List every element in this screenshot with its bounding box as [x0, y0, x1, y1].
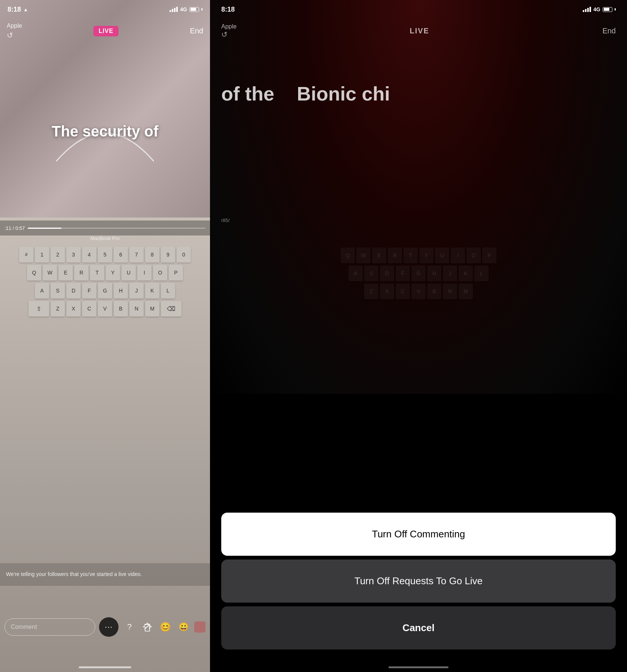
video-text-left: The security of	[52, 123, 159, 140]
key-r1-i: I	[451, 248, 465, 263]
key-row-r1: Q W E R T Y U I O P	[210, 248, 627, 263]
key-0[interactable]: 0	[177, 247, 191, 262]
macbook-label: MacBook Pro	[0, 236, 210, 241]
progress-info-right: r85/	[221, 218, 230, 223]
key-o[interactable]: O	[153, 265, 167, 280]
status-bar-right: 8:18 4G	[210, 0, 627, 19]
key-b[interactable]: B	[114, 301, 128, 316]
key-i[interactable]: I	[137, 265, 152, 280]
emoji-icon[interactable]: 😊	[158, 620, 172, 634]
effects-icon[interactable]: 😀	[176, 620, 190, 634]
cancel-button[interactable]: Cancel	[221, 606, 616, 650]
status-icons-left: 4G	[170, 6, 202, 12]
key-r3-m: M	[459, 284, 473, 299]
key-d[interactable]: D	[66, 283, 81, 298]
key-r1-u: U	[435, 248, 449, 263]
end-button-right[interactable]: End	[602, 27, 616, 35]
key-r3-n: N	[443, 284, 457, 299]
key-w[interactable]: W	[43, 265, 57, 280]
key-hash[interactable]: #	[19, 247, 33, 262]
network-type-left: 4G	[180, 6, 187, 12]
left-panel: 8:18 ▲ 4G Apple ↺ LIVE End	[0, 0, 210, 672]
key-n[interactable]: N	[129, 301, 144, 316]
notification-bar: We're telling your followers that you've…	[0, 563, 210, 586]
key-a[interactable]: A	[35, 283, 49, 298]
key-g[interactable]: G	[98, 283, 112, 298]
battery-icon-left	[189, 7, 199, 12]
key-7[interactable]: 7	[129, 247, 144, 262]
key-j[interactable]: J	[129, 283, 144, 298]
key-p[interactable]: P	[169, 265, 183, 280]
key-r3-v: V	[411, 284, 426, 299]
key-f[interactable]: F	[82, 283, 96, 298]
status-bar-left: 8:18 ▲ 4G	[0, 0, 210, 19]
live-badge-right: LIVE	[410, 27, 429, 35]
key-row-r2: A S D F G H J K L	[210, 266, 627, 281]
key-r1-r: R	[388, 248, 402, 263]
key-8[interactable]: 8	[145, 247, 159, 262]
key-r1-t: T	[404, 248, 418, 263]
key-x[interactable]: X	[66, 301, 81, 316]
progress-bar-left[interactable]	[28, 228, 206, 229]
signal-bars-left	[170, 7, 178, 12]
key-v[interactable]: V	[98, 301, 112, 316]
key-r1-w: W	[356, 248, 370, 263]
key-r1-y: Y	[419, 248, 434, 263]
video-text-of-the: of the	[221, 82, 274, 105]
turn-off-commenting-button[interactable]: Turn Off Commenting	[221, 513, 616, 556]
top-controls-left: Apple ↺ LIVE End	[0, 21, 210, 41]
key-h[interactable]: H	[114, 283, 128, 298]
top-controls-right: Apple ↺ LIVE End	[210, 21, 627, 41]
key-r1-e: E	[372, 248, 386, 263]
action-sheet: Turn Off Commenting Turn Off Requests To…	[221, 513, 616, 650]
key-6[interactable]: 6	[114, 247, 128, 262]
progress-area-left: :11 / 0:57	[0, 220, 210, 236]
battery-icon-right	[603, 7, 612, 12]
network-type-right: 4G	[593, 6, 600, 12]
key-r1-p: P	[482, 248, 496, 263]
key-4[interactable]: 4	[82, 247, 96, 262]
key-t[interactable]: T	[90, 265, 104, 280]
bottom-controls-left: Comment ··· ? 😊 😀	[0, 612, 210, 642]
comment-placeholder: Comment	[11, 624, 37, 630]
progress-time-left: :11 / 0:57	[4, 225, 25, 231]
key-1[interactable]: 1	[35, 247, 49, 262]
key-m[interactable]: M	[145, 301, 159, 316]
key-u[interactable]: U	[122, 265, 136, 280]
key-shift[interactable]: ⇧	[28, 301, 49, 316]
video-text-area-right: of the Bionic chi	[210, 82, 627, 105]
key-k[interactable]: K	[145, 283, 159, 298]
key-r2-d: D	[380, 266, 394, 281]
key-9[interactable]: 9	[161, 247, 175, 262]
key-c[interactable]: C	[82, 301, 96, 316]
comment-input[interactable]: Comment	[4, 618, 95, 636]
key-r2-j: J	[443, 266, 457, 281]
key-e[interactable]: E	[58, 265, 73, 280]
send-icon[interactable]	[140, 620, 154, 634]
turn-off-requests-button[interactable]: Turn Off Requests To Go Live	[221, 560, 616, 603]
key-r[interactable]: R	[74, 265, 88, 280]
video-area-left: The security of	[0, 41, 210, 221]
home-indicator-left	[79, 666, 131, 668]
key-2[interactable]: 2	[51, 247, 65, 262]
question-icon[interactable]: ?	[122, 620, 136, 634]
key-y[interactable]: Y	[106, 265, 120, 280]
key-q[interactable]: Q	[27, 265, 41, 280]
status-time-right: 8:18	[221, 6, 235, 14]
more-button[interactable]: ···	[99, 617, 118, 637]
key-5[interactable]: 5	[98, 247, 112, 262]
key-z[interactable]: Z	[51, 301, 65, 316]
apple-label-right: Apple	[221, 23, 237, 30]
key-l[interactable]: L	[161, 283, 175, 298]
end-button-left[interactable]: End	[190, 27, 203, 35]
key-3[interactable]: 3	[66, 247, 81, 262]
right-panel: 8:18 4G Apple ↺ LIVE End of the Bionic c…	[210, 0, 627, 672]
gallery-icon[interactable]	[194, 621, 206, 633]
live-badge-left: LIVE	[93, 26, 119, 36]
key-backspace[interactable]: ⌫	[161, 301, 182, 316]
key-r2-k: K	[459, 266, 473, 281]
home-indicator-right	[388, 666, 448, 668]
key-r1-q: Q	[340, 248, 355, 263]
key-r3-c: C	[396, 284, 410, 299]
key-s[interactable]: S	[51, 283, 65, 298]
